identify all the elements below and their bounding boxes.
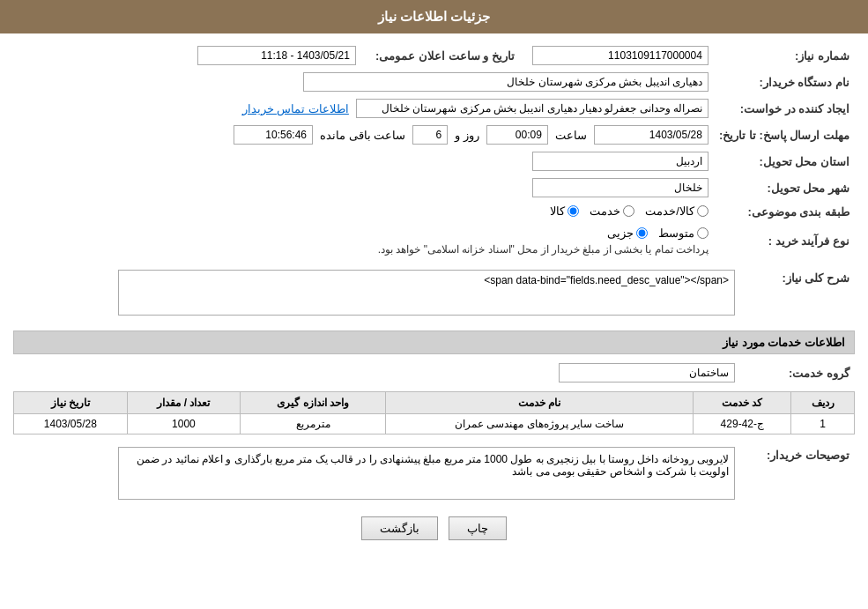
deadline-remain-label: ساعت باقی مانده — [320, 129, 405, 142]
col-header-row: ردیف — [791, 392, 855, 414]
deadline-days-label: روز و — [455, 129, 479, 142]
cell-unit: مترمربع — [241, 414, 386, 434]
col-header-qty: تعداد / مقدار — [127, 392, 241, 414]
table-row: 1 ج-42-429 ساخت سایر پروژه‌های مهندسی عم… — [14, 414, 855, 434]
cell-row: 1 — [791, 414, 855, 434]
services-table: ردیف کد خدمت نام خدمت واحد اندازه گیری ت… — [13, 391, 855, 434]
col-header-date: تاریخ نیاز — [14, 392, 128, 414]
category-option-kala[interactable]: کالا — [550, 204, 579, 218]
creator-value: نصراله وحدانی جعفرلو دهیار دهیاری اندیبل… — [356, 99, 708, 118]
deadline-label: مهلت ارسال پاسخ: تا تاریخ: — [714, 122, 855, 148]
service-group-value: ساختمان — [559, 363, 735, 382]
page-header: جزئیات اطلاعات نیاز — [0, 0, 868, 33]
main-content: شماره نیاز: 1103109117000004 تاریخ و ساع… — [0, 33, 868, 562]
back-button[interactable]: بازگشت — [361, 516, 438, 540]
need-desc-table: شرح کلی نیاز: <span data-bind="fields.ne… — [13, 266, 855, 322]
buyer-notes-value: لایروبی رودخانه داخل روستا با بیل زنجیری… — [118, 447, 735, 500]
need-number-value: 1103109117000004 — [532, 46, 708, 65]
contact-link[interactable]: اطلاعات تماس خریدار — [242, 102, 349, 115]
cell-qty: 1000 — [127, 414, 241, 434]
city-label: شهر محل تحویل: — [714, 175, 855, 201]
date-announce-label: تاریخ و ساعت اعلان عمومی: — [361, 42, 520, 69]
col-header-unit: واحد اندازه گیری — [241, 392, 386, 414]
buyer-notes-label: توصیحات خریدار: — [740, 443, 855, 503]
deadline-days: 6 — [412, 125, 448, 145]
buyer-notes-table: توصیحات خریدار: لایروبی رودخانه داخل روس… — [13, 443, 855, 503]
service-group-label: گروه خدمت: — [740, 360, 855, 386]
print-button[interactable]: چاپ — [449, 516, 507, 540]
purchase-option-partial[interactable]: جزیی — [607, 227, 648, 240]
cell-date: 1403/05/28 — [14, 414, 128, 434]
province-value: اردبیل — [532, 152, 708, 171]
category-label: طبقه بندی موضوعی: — [714, 201, 855, 223]
basic-info-table: شماره نیاز: 1103109117000004 تاریخ و ساع… — [13, 42, 855, 259]
category-option-khadamat[interactable]: خدمت — [590, 204, 634, 218]
deadline-time: 00:09 — [486, 125, 548, 145]
button-group: چاپ بازگشت — [13, 516, 855, 540]
category-radio-group: کالا/خدمت خدمت کالا — [550, 204, 708, 218]
deadline-time-label: ساعت — [555, 129, 587, 142]
page-title: جزئیات اطلاعات نیاز — [378, 9, 490, 24]
services-section-title: اطلاعات خدمات مورد نیاز — [13, 330, 855, 354]
date-announce-value: 1403/05/21 - 11:18 — [197, 46, 356, 65]
need-desc-label: شرح کلی نیاز: — [740, 266, 855, 322]
purchase-option-medium[interactable]: متوسط — [658, 227, 708, 240]
purchase-note: پرداخت تمام یا بخشی از مبلغ خریدار از مح… — [378, 243, 708, 256]
category-option-kala-khadamat[interactable]: کالا/خدمت — [645, 204, 708, 218]
need-desc-textarea[interactable]: <span data-bind="fields.need_desc_value"… — [118, 270, 735, 316]
service-group-table: گروه خدمت: ساختمان — [13, 360, 855, 386]
purchase-type-label: نوع فرآیند خرید : — [714, 223, 855, 259]
page-container: جزئیات اطلاعات نیاز شماره نیاز: 11031091… — [0, 0, 868, 609]
buyer-org-value: دهیاری اندیبل بخش مرکزی شهرستان خلخال — [303, 72, 708, 92]
creator-label: ایجاد کننده در خواست: — [714, 95, 855, 122]
cell-code: ج-42-429 — [694, 414, 791, 434]
col-header-name: نام خدمت — [385, 392, 693, 414]
purchase-type-radio-group: متوسط جزیی — [607, 227, 708, 240]
col-header-code: کد خدمت — [694, 392, 791, 414]
buyer-org-label: نام دستگاه خریدار: — [714, 69, 855, 95]
deadline-date: 1403/05/28 — [594, 125, 708, 145]
province-label: استان محل تحویل: — [714, 148, 855, 175]
city-value: خلخال — [532, 178, 708, 197]
cell-name: ساخت سایر پروژه‌های مهندسی عمران — [385, 414, 693, 434]
deadline-remain: 10:56:46 — [234, 125, 313, 145]
need-number-label: شماره نیاز: — [714, 42, 855, 69]
